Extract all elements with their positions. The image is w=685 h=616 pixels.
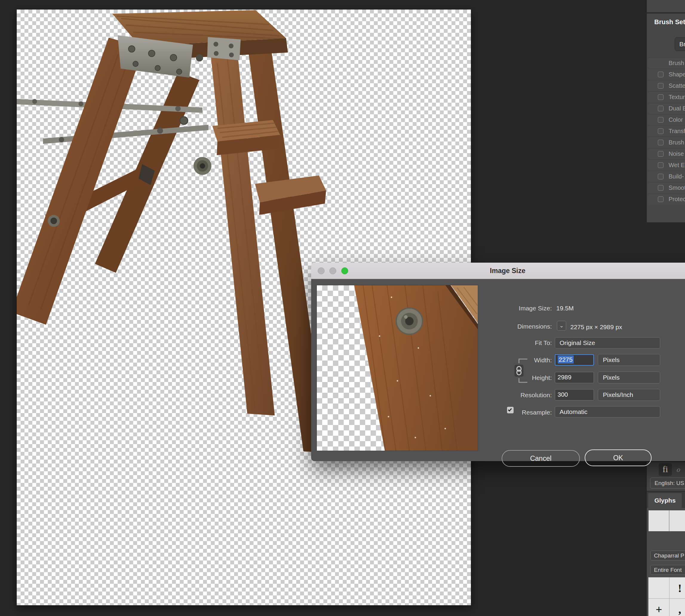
fit-to-select[interactable]: Original Size <box>555 337 660 349</box>
image-size-dialog: Image Size <box>311 263 685 461</box>
row-checkbox[interactable] <box>658 151 664 157</box>
glyphs-panel: Glyphs Chaparral P Entire Font ! + , 6 <box>645 491 685 616</box>
brush-setting-row[interactable]: Brush <box>648 137 685 148</box>
row-checkbox[interactable] <box>658 128 664 134</box>
font-family-select[interactable]: Chaparral P <box>650 551 685 560</box>
preview-image <box>317 285 478 451</box>
glyph-range-select[interactable]: Entire Font <box>650 565 685 575</box>
row-checkbox[interactable] <box>658 106 664 111</box>
tab-glyphs[interactable]: Glyphs <box>648 493 682 508</box>
fit-to-label: Fit To: <box>490 339 552 347</box>
glyph-grid: ! + , 6 7 <box>648 577 685 616</box>
image-size-value: 19.5M <box>556 304 574 312</box>
glyph-cell[interactable]: ! <box>669 577 685 599</box>
brush-setting-row[interactable]: Wet Ed <box>648 159 685 171</box>
brush-setting-row[interactable]: Transf <box>648 125 685 137</box>
dimensions-value: 2275 px × 2989 px <box>570 323 622 331</box>
dialog-body: Image Size: 19.5M Dimensions: ⌄ 2275 px … <box>311 279 685 461</box>
ornaments-icon[interactable]: ℴ <box>676 464 680 474</box>
glyph-preview-cell <box>648 510 669 531</box>
glyph-cell[interactable] <box>648 577 669 599</box>
brush-setting-row[interactable]: Build- <box>648 171 685 182</box>
width-label: Width: <box>490 356 552 364</box>
resolution-input[interactable]: 300 <box>555 389 594 400</box>
brush-setting-row[interactable]: Smoot <box>648 182 685 193</box>
ligatures-button[interactable]: fi <box>659 463 672 476</box>
brush-settings-list: Brush Shape Scatte Textur Dual B Color T… <box>648 57 685 205</box>
glyphs-panel-body: Chaparral P Entire Font ! + , 6 7 <box>647 508 685 616</box>
brush-setting-row[interactable]: Shape <box>648 69 685 80</box>
glyph-cell[interactable]: , <box>669 598 685 616</box>
resample-label: Resample: <box>490 409 552 416</box>
height-unit-select[interactable]: Pixels <box>598 372 660 383</box>
brush-setting-row[interactable]: Noise <box>648 148 685 159</box>
glyph-preview-cell <box>669 510 685 531</box>
width-input[interactable]: 2275 <box>555 354 594 366</box>
brush-setting-row[interactable]: Brush <box>648 57 685 69</box>
dialog-title: Image Size <box>311 267 685 275</box>
ok-button[interactable]: OK <box>585 449 651 466</box>
brush-setting-row[interactable]: Scatte <box>648 80 685 91</box>
brush-settings-panel: Brush Setti Br Brush Shape Scatte Textur… <box>645 14 685 222</box>
row-checkbox[interactable] <box>658 140 664 145</box>
height-input[interactable]: 2989 <box>555 372 594 383</box>
width-unit-select[interactable]: Pixels <box>598 354 660 366</box>
resample-select[interactable]: Automatic <box>555 406 660 418</box>
row-checkbox[interactable] <box>658 117 664 123</box>
row-checkbox[interactable] <box>658 72 664 77</box>
row-checkbox[interactable] <box>658 174 664 179</box>
dimensions-disclosure[interactable]: ⌄ <box>557 321 566 331</box>
character-panel-footer: fi ℴ English: US <box>645 462 685 491</box>
brush-setting-row[interactable]: Dual B <box>648 103 685 114</box>
brush-setting-row[interactable]: Protec <box>648 193 685 205</box>
row-checkbox[interactable] <box>658 83 664 89</box>
language-select[interactable]: English: US <box>650 478 685 488</box>
resolution-label: Resolution: <box>490 391 552 399</box>
brush-settings-title: Brush Setti <box>654 18 685 26</box>
chevron-down-icon: ⌄ <box>559 323 564 329</box>
brush-setting-row[interactable]: Textur <box>648 91 685 103</box>
dialog-titlebar[interactable]: Image Size <box>311 263 685 279</box>
row-checkbox[interactable] <box>658 162 664 168</box>
row-checkbox[interactable] <box>658 185 664 191</box>
dimensions-label: Dimensions: <box>490 323 552 330</box>
row-checkbox[interactable] <box>658 196 664 202</box>
dock-panel-header <box>645 0 685 13</box>
glyph-preview-cells <box>648 510 685 531</box>
resolution-unit-select[interactable]: Pixels/Inch <box>598 389 660 401</box>
height-label: Height: <box>490 374 552 382</box>
photoshop-workspace: Brush Setti Br Brush Shape Scatte Textur… <box>0 0 685 616</box>
brush-setting-row[interactable]: Color <box>648 114 685 125</box>
brushes-button[interactable]: Br <box>675 37 685 51</box>
image-size-label: Image Size: <box>490 304 552 312</box>
image-preview[interactable] <box>317 285 478 451</box>
cancel-button[interactable]: Cancel <box>502 450 580 467</box>
glyph-cell[interactable]: + <box>648 598 669 616</box>
row-checkbox[interactable] <box>658 94 664 100</box>
